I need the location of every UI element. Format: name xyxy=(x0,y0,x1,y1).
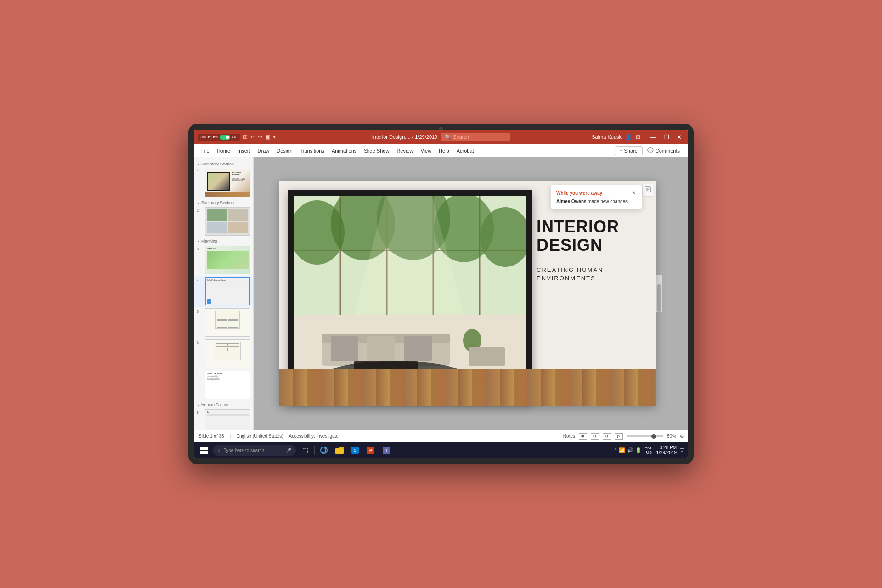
slide-preview-8[interactable]: Aa xyxy=(205,409,250,430)
comments-button[interactable]: 💬 Comments xyxy=(643,146,684,155)
menu-design[interactable]: Design xyxy=(273,146,296,155)
clock-date: 1/29/2019 xyxy=(656,450,677,455)
menu-animations[interactable]: Animations xyxy=(328,146,360,155)
task-view-button[interactable]: ⬚ xyxy=(299,444,311,457)
menu-draw[interactable]: Draw xyxy=(254,146,273,155)
search-icon: 🔍 xyxy=(445,134,451,140)
notes-button[interactable]: Notes xyxy=(563,434,575,439)
normal-view-button[interactable]: ⊞ xyxy=(579,433,587,440)
slide-num-2: 2 xyxy=(197,207,203,213)
slide-preview-2[interactable] xyxy=(205,207,250,236)
notification-text: Aimee Owens made new changes. xyxy=(556,199,636,204)
menu-transitions[interactable]: Transitions xyxy=(296,146,328,155)
slide-preview-1[interactable]: INTERIORDESIGN CREATING HUMANENVIRONMENT… xyxy=(205,169,250,197)
slide-preview-3[interactable]: PLANNING xyxy=(205,246,250,274)
undo-icon[interactable]: ↩ xyxy=(250,134,255,140)
slide-thumb-8[interactable]: 8 Aa xyxy=(194,408,253,430)
slide-thumb-4[interactable]: 4 Style Preferences Survey xyxy=(194,276,253,307)
battery-icon[interactable]: 🔋 xyxy=(635,447,642,453)
title-center: Interior Design.... - 1/29/2019 🔍 xyxy=(372,133,510,141)
status-bar: Slide 1 of 33 | English (United States) … xyxy=(194,430,688,442)
menu-slideshow[interactable]: Slide Show xyxy=(360,146,393,155)
menu-review[interactable]: Review xyxy=(393,146,417,155)
reading-view-button[interactable]: ⊡ xyxy=(603,433,611,440)
close-button[interactable]: ✕ xyxy=(674,134,684,141)
teams-icon[interactable]: T xyxy=(380,444,393,457)
slides-panel[interactable]: Summary Section 1 INTERIORDESIGN CREATIN… xyxy=(194,157,254,430)
notification-center-icon[interactable]: 🗨 xyxy=(679,447,684,453)
slide-indicator-4 xyxy=(207,299,211,304)
windows-start-button[interactable] xyxy=(198,444,210,457)
slide-title-line1: INTERIOR xyxy=(537,217,619,236)
notification-title: While you were away xyxy=(556,191,602,196)
taskbar-mic-icon[interactable]: 🎤 xyxy=(286,448,291,453)
system-clock[interactable]: 3:28 PM 1/29/2019 xyxy=(656,445,677,455)
menu-insert[interactable]: Insert xyxy=(234,146,254,155)
svg-rect-31 xyxy=(335,448,344,454)
room-image xyxy=(294,196,526,396)
status-bar-right: Notes ⊞ ⊟ ⊡ ▷ 80% ⊕ xyxy=(563,433,684,440)
section-label-3: Planning xyxy=(194,237,253,244)
notification-close-button[interactable]: ✕ xyxy=(632,190,636,196)
more-icon[interactable]: ▾ xyxy=(273,134,276,140)
search-input[interactable] xyxy=(453,134,506,140)
slide-preview-6[interactable] xyxy=(205,339,250,368)
title-bar-right: Salma Kuusk 👤 ⊟ — ❐ ✕ xyxy=(510,134,684,141)
language-badge[interactable]: ENG US xyxy=(645,446,654,455)
menu-help[interactable]: Help xyxy=(435,146,453,155)
svg-rect-18 xyxy=(368,336,395,361)
search-box[interactable]: 🔍 xyxy=(441,133,510,141)
slide-thumb-6[interactable]: 6 xyxy=(194,338,253,369)
slide-num-1: 1 xyxy=(197,169,203,174)
slide-thumb-1[interactable]: 1 INTERIORDESIGN CREATING HUMANENVIRONME… xyxy=(194,167,253,198)
notification-author: Aimee Owens xyxy=(556,199,587,204)
slide-preview-5[interactable] xyxy=(205,308,250,337)
powerpoint-taskbar-icon[interactable]: P xyxy=(364,444,377,457)
autosave-toggle[interactable] xyxy=(220,135,230,140)
outlook-icon[interactable]: O xyxy=(349,444,362,457)
slide-text-area: INTERIOR DESIGN CREATING HUMAN ENVIRONME… xyxy=(537,218,642,283)
present-icon[interactable]: ▣ xyxy=(265,134,270,140)
profile-icon[interactable]: 👤 xyxy=(625,134,632,140)
file-explorer-icon[interactable] xyxy=(333,444,346,457)
menu-view[interactable]: View xyxy=(417,146,435,155)
menu-acrobat[interactable]: Acrobat xyxy=(453,146,478,155)
design-ideas-button[interactable] xyxy=(642,184,653,197)
menu-file[interactable]: File xyxy=(198,146,213,155)
device-frame: AutoSave On ⊞ ↩ ↪ ▣ ▾ Interior Design...… xyxy=(188,124,694,464)
taskbar-search[interactable]: ○ Type here to search 🎤 xyxy=(213,445,296,456)
status-separator-1: | xyxy=(230,434,231,439)
slide-sorter-button[interactable]: ⊟ xyxy=(591,433,599,440)
slide-thumb-2[interactable]: 2 xyxy=(194,206,253,237)
slide-num-8: 8 xyxy=(197,409,203,415)
expand-tray-icon[interactable]: ^ xyxy=(615,447,617,453)
window-controls: — ❐ ✕ xyxy=(648,134,684,141)
slide-thumb-5[interactable]: 5 xyxy=(194,307,253,338)
edge-icon[interactable] xyxy=(317,444,330,457)
minimize-button[interactable]: — xyxy=(648,134,659,141)
redo-icon[interactable]: ↪ xyxy=(258,134,262,140)
restore-button[interactable]: ❐ xyxy=(661,134,672,141)
slide-subtitle: CREATING HUMAN ENVIRONMENTS xyxy=(537,266,642,283)
slide-thumb-7[interactable]: 7 Written Final Survey Lorem ipsum dolor… xyxy=(194,369,253,401)
slide-preview-7[interactable]: Written Final Survey Lorem ipsum dolorsi… xyxy=(205,371,250,399)
slideshow-button[interactable]: ▷ xyxy=(615,433,623,440)
canvas-scrollbar[interactable] xyxy=(656,275,662,312)
volume-icon[interactable]: 🔊 xyxy=(627,447,633,453)
slide-num-6: 6 xyxy=(197,339,203,345)
share-button[interactable]: ↑ Share xyxy=(615,146,643,155)
slide-preview-4[interactable]: Style Preferences Survey xyxy=(205,277,250,305)
autosave-badge[interactable]: AutoSave On xyxy=(198,134,240,141)
menu-home[interactable]: Home xyxy=(213,146,234,155)
scrollbar-thumb[interactable] xyxy=(657,284,661,312)
zoom-thumb[interactable] xyxy=(651,434,656,439)
slide-num-5: 5 xyxy=(197,308,203,314)
share-icon: ↑ xyxy=(620,148,622,153)
fit-slide-button[interactable]: ⊕ xyxy=(680,434,684,439)
taskbar-right: ^ 📶 🔊 🔋 ENG US 3:28 PM 1/29/2019 🗨 xyxy=(615,445,684,455)
zoom-slider[interactable] xyxy=(627,435,663,437)
notification-header: While you were away ✕ xyxy=(556,190,636,196)
slide-thumb-3[interactable]: 3 PLANNING xyxy=(194,244,253,276)
ribbon-icon[interactable]: ⊟ xyxy=(636,134,640,140)
network-icon[interactable]: 📶 xyxy=(619,447,625,453)
